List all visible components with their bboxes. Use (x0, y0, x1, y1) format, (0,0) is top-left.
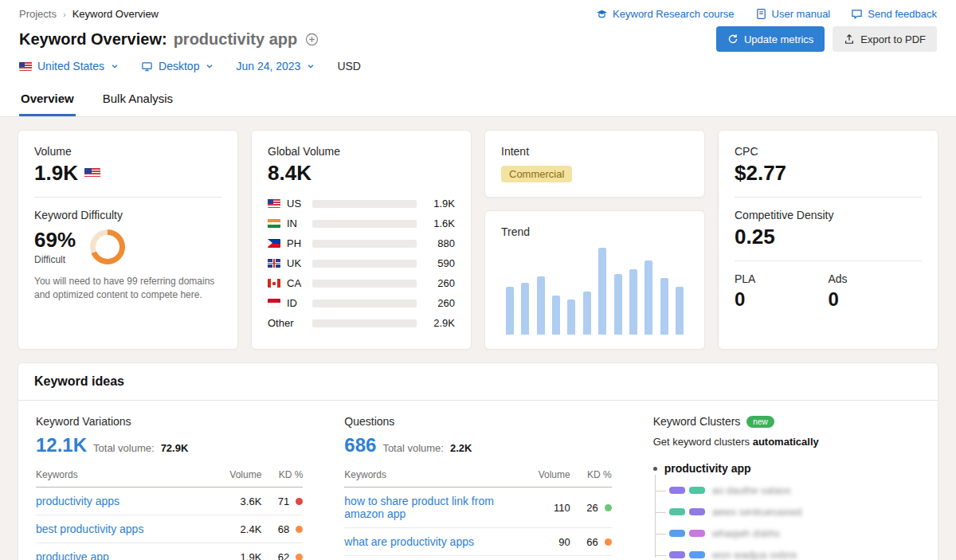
cpc-card: CPC $2.77 Competitive Density 0.25 PLA 0… (718, 130, 938, 350)
kd-dot (605, 504, 612, 511)
device-selector[interactable]: Desktop (141, 60, 214, 72)
breadcrumb-chevron-icon: › (63, 10, 66, 19)
trend-bar (645, 260, 652, 335)
new-badge: new (746, 416, 774, 428)
divider (735, 197, 922, 198)
keyword-link[interactable]: what are productivity apps (344, 535, 474, 548)
breadcrumb: Projects › Keyword Overview (19, 8, 159, 20)
tab-overview[interactable]: Overview (19, 82, 76, 116)
speech-bubble-icon (851, 8, 863, 20)
divider (735, 260, 922, 261)
main-content: Volume 1.9K Keyword Difficulty 69% Diffi… (0, 117, 956, 560)
add-keyword-icon[interactable] (305, 33, 319, 46)
volume-bar (312, 200, 417, 208)
tab-bulk-analysis[interactable]: Bulk Analysis (101, 82, 174, 116)
keyword-ideas-card: Keyword ideas Keyword Variations 12.1K T… (18, 362, 938, 560)
graduation-cap-icon (596, 8, 608, 20)
user-manual-link[interactable]: User manual (755, 8, 831, 20)
cluster-chip (669, 530, 685, 537)
keyword-link[interactable]: productive app (36, 550, 109, 560)
chevron-down-icon (206, 60, 214, 72)
cpc-value: $2.77 (735, 161, 922, 186)
top-bar: Projects › Keyword Overview Keyword Rese… (0, 0, 956, 22)
trend-bar (598, 248, 606, 335)
trend-bar (629, 269, 637, 335)
cluster-chip (669, 508, 685, 515)
chevron-down-icon (307, 60, 315, 72)
ads-value: 0 (829, 288, 923, 311)
chevron-down-icon (111, 60, 119, 72)
cluster-item: whaqwh dskhs (669, 523, 920, 544)
keyword-link[interactable]: best productivity apps (36, 523, 143, 535)
volume-value: 1.9K (34, 161, 78, 186)
cluster-tree: productivity app ao dauthe salaox aewx s… (653, 462, 920, 560)
kd-value: 69% (34, 228, 76, 253)
intent-badge[interactable]: Commercial (501, 166, 572, 182)
cluster-item: won wadjua oxbnx (669, 544, 920, 560)
kd-dot (296, 554, 303, 560)
send-feedback-link[interactable]: Send feedback (851, 8, 937, 20)
table-row: productivity apps 3.6K 71 (36, 488, 303, 515)
tabs: Overview Bulk Analysis (0, 82, 956, 117)
global-volume-value: 8.4K (268, 161, 455, 186)
cluster-chip (689, 551, 705, 558)
blurred-keyword: whaqwh dskhs (712, 527, 780, 539)
us-flag-icon (19, 62, 32, 71)
intent-card: Intent Commercial (484, 130, 705, 198)
trend-bar (537, 276, 545, 335)
trend-bar (676, 287, 684, 335)
kd-note: You will need to have 99 referring domai… (34, 275, 221, 303)
uk-flag-icon (268, 259, 280, 268)
keyword-link[interactable]: productivity apps (36, 495, 120, 507)
clusters-subtitle: Get keyword clusters automatically (653, 436, 920, 448)
intent-trend-column: Intent Commercial Trend (484, 130, 705, 350)
update-metrics-button[interactable]: Update metrics (716, 26, 825, 52)
trend-bar (583, 292, 591, 335)
volume-bar (312, 240, 417, 248)
questions-column: Questions 686 Total volume: 2.2K Keyword… (344, 415, 611, 560)
page-title: Keyword Overview: (19, 30, 167, 49)
cluster-chip (689, 530, 705, 537)
country-selector[interactable]: United States (19, 60, 119, 72)
trend-card: Trend (484, 210, 705, 350)
export-pdf-button[interactable]: Export to PDF (833, 26, 937, 52)
cluster-chip (689, 508, 705, 515)
variations-table: Keywords Volume KD % productivity apps 3… (36, 469, 303, 560)
cluster-chip (669, 487, 685, 494)
country-row: UK 590 (268, 253, 455, 273)
keyword-link[interactable]: how to share product link from amazon ap… (344, 495, 494, 520)
kd-dot (605, 538, 612, 546)
trend-bar (506, 287, 514, 335)
filters-row: United States Desktop Jun 24, 2023 USD (0, 58, 956, 82)
breadcrumb-projects[interactable]: Projects (19, 8, 57, 20)
us-flag-icon (84, 168, 100, 178)
intent-label: Intent (501, 145, 688, 158)
philippines-flag-icon (268, 239, 280, 248)
volume-bar (312, 260, 417, 268)
variations-title: Keyword Variations (36, 415, 303, 428)
cluster-root: productivity app (653, 462, 920, 475)
indonesia-flag-icon (268, 299, 280, 307)
trend-bar (567, 300, 575, 335)
date-selector[interactable]: Jun 24, 2023 (236, 60, 315, 72)
volume-bar (312, 300, 417, 307)
country-row: IN 1.6K (268, 213, 455, 233)
cluster-item: ao dauthe salaox (669, 480, 920, 501)
volume-bar (312, 319, 417, 327)
keyword-research-course-link[interactable]: Keyword Research course (596, 8, 734, 20)
country-volume-list: US 1.9K IN 1.6K PH 880 (268, 194, 455, 333)
variations-count[interactable]: 12.1K (36, 434, 87, 456)
currency-label: USD (337, 60, 361, 72)
trend-bar (660, 278, 668, 335)
refresh-icon (727, 33, 739, 45)
volume-bar (312, 280, 417, 288)
volume-bar (312, 220, 417, 228)
breadcrumb-current: Keyword Overview (72, 8, 159, 20)
competitive-density-label: Competitive Density (735, 209, 922, 221)
country-row: US 1.9K (268, 194, 455, 213)
blurred-keyword: won wadjua oxbnx (712, 549, 797, 560)
country-row: ID 260 (268, 293, 455, 313)
country-row-other: Other 2.9K (268, 313, 455, 333)
volume-label: Volume (34, 145, 221, 158)
questions-count[interactable]: 686 (344, 434, 376, 456)
